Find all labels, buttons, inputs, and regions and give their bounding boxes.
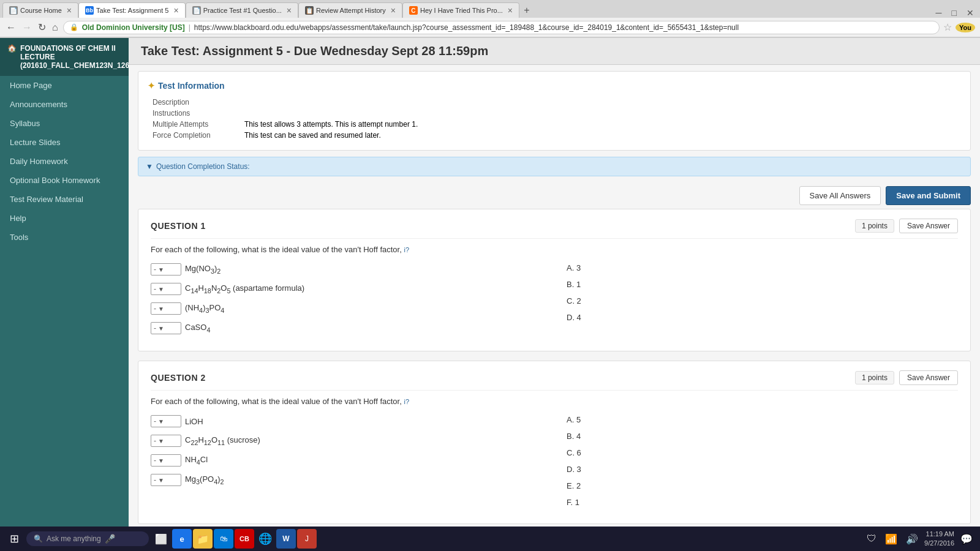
info-row-force-completion: Force Completion This test can be saved … [148,130,961,141]
close-button[interactable]: ✕ [963,8,978,18]
course-title: FOUNDATIONS OF CHEM II LECTURE (201610_F… [20,44,129,70]
answer-2-F: F. 1 [567,498,958,507]
compound-2-3-select[interactable]: - ▼ [151,454,181,467]
sidebar-item-homepage[interactable]: Home Page [0,76,129,95]
tab-close-assignment5[interactable]: × [173,6,178,15]
compound-1-4: - ▼ CaSO4 [151,322,542,334]
sidebar-item-daily-homework[interactable]: Daily Homework [0,152,129,171]
info-label-instructions: Instructions [148,108,239,119]
tab-icon-course-home: 📄 [9,6,18,15]
restore-button[interactable]: □ [948,8,960,18]
taskbar-clock: 11:19 AM 9/27/2016 [924,530,954,546]
address-bar[interactable]: 🔒 Old Dominion University [US] | https:/… [63,21,940,34]
sidebar-item-syllabus[interactable]: Syllabus [0,114,129,133]
compound-1-2-select[interactable]: - ▼ [151,283,181,295]
tab-icon-practice-test: 📄 [192,6,201,15]
sidebar-item-optional-book-homework[interactable]: Optional Book Homework [0,171,129,190]
compound-2-4-select[interactable]: - ▼ [151,474,181,486]
sidebar-item-tools[interactable]: Tools [0,228,129,247]
file-explorer-icon[interactable]: 📁 [193,529,213,546]
tab-title-hey-tried: Hey I Have Tried This Pro... [420,7,503,14]
home-button[interactable]: ⌂ [51,21,59,34]
question-1-meta: 1 points Save Answer [855,219,958,233]
chrome-icon[interactable]: 🌐 [255,529,275,546]
taskbar: ⊞ 🔍 Ask me anything 🎤 ⬜ e 📁 🛍 CB 🌐 W J 🛡… [0,527,980,546]
clock-time: 11:19 AM [924,530,954,539]
forward-button[interactable]: → [21,21,33,34]
tab-assignment5[interactable]: Bb Take Test: Assignment 5 × [78,2,186,18]
compound-2-3-formula: NH4Cl [185,455,208,466]
compound-2-3: - ▼ NH4Cl [151,454,542,467]
refresh-button[interactable]: ↻ [37,20,47,34]
info-label-attempts: Multiple Attempts [148,119,239,130]
answer-1-C: C. 2 [567,296,958,305]
address-url: https://www.blackboard.odu.edu/webapps/a… [194,23,739,32]
compound-2-1-select[interactable]: - ▼ [151,415,181,427]
search-placeholder: Ask me anything [47,534,101,543]
question-1-save-button[interactable]: Save Answer [899,219,958,233]
browser-chrome: 📄 Course Home × Bb Take Test: Assignment… [0,0,980,38]
sidebar-item-lecture-slides[interactable]: Lecture Slides [0,133,129,152]
completion-status-label: Question Completion Status: [156,162,250,171]
compound-1-3-select[interactable]: - ▼ [151,302,181,315]
taskview-icon[interactable]: ⬜ [151,529,171,546]
completion-status-bar[interactable]: ▼ Question Completion Status: [138,157,971,176]
tab-practice-test[interactable]: 📄 Practice Test #1 Questio... × [186,2,298,18]
start-button[interactable]: ⊞ [5,530,24,546]
word-icon[interactable]: W [276,529,296,546]
question-1-points: 1 points [855,219,894,233]
tab-review-attempt[interactable]: 📋 Review Attempt History × [298,2,402,18]
notifications-icon[interactable]: 💬 [958,531,975,547]
answer-2-E: E. 2 [567,481,958,490]
tab-icon-review-attempt: 📋 [305,6,314,15]
tab-close-practice-test[interactable]: × [287,6,292,15]
compound-1-4-select[interactable]: - ▼ [151,322,181,334]
question-1-help-link[interactable]: i? [404,246,409,253]
tab-icon-assignment5: Bb [85,6,94,15]
save-all-button[interactable]: Save All Answers [799,186,881,205]
question-2-save-button[interactable]: Save Answer [899,370,958,385]
main-layout: 🏠 FOUNDATIONS OF CHEM II LECTURE (201610… [0,38,980,546]
tab-title-assignment5: Take Test: Assignment 5 [96,7,168,14]
answer-2-C: C. 6 [567,448,958,457]
tab-close-course-home[interactable]: × [67,6,72,15]
cb-icon[interactable]: CB [235,529,254,546]
test-info-title: Test Information [158,81,225,91]
course-home-icon: 🏠 [7,44,17,53]
test-info-panel: ✦ Test Information Description Instructi… [138,71,971,151]
back-button[interactable]: ← [5,21,17,34]
compound-2-4-formula: Mg3(PO4)2 [185,474,224,485]
question-2-block: QUESTION 2 1 points Save Answer For each… [138,361,971,524]
tab-close-hey-tried[interactable]: × [508,6,513,15]
edge-icon[interactable]: e [172,529,192,546]
jdoodle-icon[interactable]: J [297,529,317,546]
taskbar-search[interactable]: 🔍 Ask me anything 🎤 [26,531,149,546]
store-icon[interactable]: 🛍 [214,529,233,546]
search-icon: 🔍 [34,534,43,543]
microphone-icon: 🎤 [105,534,115,544]
info-row-attempts: Multiple Attempts This test allows 3 att… [148,119,961,130]
compound-2-2-select[interactable]: - ▼ [151,435,181,447]
save-submit-button[interactable]: Save and Submit [886,186,971,205]
sidebar-item-announcements[interactable]: Announcements [0,95,129,114]
sidebar-item-help[interactable]: Help [0,209,129,228]
page-header: Take Test: Assignment 5 - Due Wednesday … [129,38,980,65]
sidebar-item-test-review[interactable]: Test Review Material [0,190,129,209]
question-2-help-link[interactable]: i? [404,398,409,405]
info-label-description: Description [148,97,239,108]
tab-close-review-attempt[interactable]: × [391,6,396,15]
new-tab-button[interactable]: + [519,3,534,18]
tab-hey-tried[interactable]: C Hey I Have Tried This Pro... × [402,2,519,18]
bookmark-button[interactable]: ☆ [943,21,952,33]
compound-2-2-formula: C22H12O11 (sucrose) [185,435,260,446]
question-2-meta: 1 points Save Answer [855,370,958,385]
compound-1-1-select[interactable]: - ▼ [151,263,181,276]
minimize-button[interactable]: ─ [932,8,946,18]
save-buttons-row: Save All Answers Save and Submit [129,182,980,209]
compound-1-4-formula: CaSO4 [185,323,210,334]
tab-course-home[interactable]: 📄 Course Home × [2,2,78,18]
address-org: Old Dominion University [US] [82,23,185,32]
compound-1-1-formula: Mg(NO3)2 [185,264,221,275]
question-1-compounds: - ▼ Mg(NO3)2 - ▼ C14H18N2O5 (aspartame f… [151,263,554,342]
answer-1-A: A. 3 [567,263,958,272]
